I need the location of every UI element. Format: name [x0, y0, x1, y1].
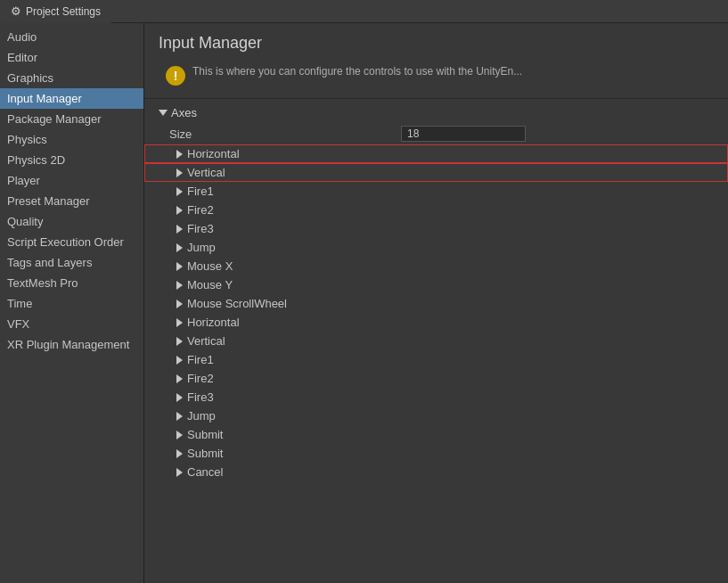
axis-label: Jump: [187, 409, 216, 423]
axis-expand-icon: [176, 468, 183, 477]
axis-item-jump-2[interactable]: Jump: [144, 406, 728, 425]
sidebar-item-vfx[interactable]: VFX: [0, 314, 143, 334]
axis-item-cancel[interactable]: Cancel: [144, 463, 728, 481]
axis-expand-icon: [176, 168, 183, 177]
axis-item-fire3-1[interactable]: Fire3: [144, 219, 728, 238]
axis-label: Mouse ScrollWheel: [187, 297, 287, 310]
axis-item-mousex[interactable]: Mouse X: [144, 257, 728, 275]
axis-label: Vertical: [187, 166, 225, 179]
info-icon: !: [166, 66, 185, 86]
info-box: ! This is where you can configure the co…: [159, 60, 714, 91]
axis-item-fire1-2[interactable]: Fire1: [144, 350, 728, 369]
axes-label: Axes: [171, 106, 197, 119]
axis-item-fire2-2[interactable]: Fire2: [144, 369, 728, 388]
axis-label: Mouse Y: [187, 278, 233, 292]
axis-label: Fire3: [187, 390, 214, 404]
axis-expand-icon: [176, 318, 183, 327]
axis-expand-icon: [176, 300, 183, 308]
axis-expand-icon: [176, 374, 183, 383]
size-label: Size: [169, 127, 401, 141]
axis-expand-icon: [176, 150, 183, 159]
axis-item-fire1-1[interactable]: Fire1: [144, 182, 728, 201]
title-tab[interactable]: ⚙ Project Settings: [0, 0, 111, 23]
sidebar-item-editor[interactable]: Editor: [0, 47, 143, 68]
axis-label: Horizontal: [187, 147, 240, 160]
axis-expand-icon: [176, 431, 183, 439]
axis-label: Horizontal: [187, 316, 240, 329]
sidebar-item-package-manager[interactable]: Package Manager: [0, 109, 143, 129]
axis-item-fire2-1[interactable]: Fire2: [144, 201, 728, 219]
sidebar-item-player[interactable]: Player: [0, 170, 143, 191]
content-title: Input Manager: [159, 34, 714, 53]
axis-item-horizontal-1[interactable]: Horizontal: [144, 144, 728, 163]
axis-item-mousey[interactable]: Mouse Y: [144, 275, 728, 294]
axis-item-mousescrollwheel[interactable]: Mouse ScrollWheel: [144, 294, 728, 313]
sidebar-item-input-manager[interactable]: Input Manager: [0, 88, 143, 109]
sidebar-item-tags-and-layers[interactable]: Tags and Layers: [0, 252, 143, 273]
axis-label: Fire1: [187, 353, 214, 366]
axis-item-vertical-1[interactable]: Vertical: [144, 163, 728, 182]
content-area: Input Manager ! This is where you can co…: [144, 23, 728, 583]
axis-label: Fire3: [187, 222, 214, 235]
sidebar: AudioEditorGraphicsInput ManagerPackage …: [0, 23, 144, 583]
axis-label: Vertical: [187, 334, 225, 348]
sidebar-item-audio[interactable]: Audio: [0, 27, 143, 47]
sidebar-item-script-execution-order[interactable]: Script Execution Order: [0, 232, 143, 252]
info-text: This is where you can configure the cont…: [192, 65, 707, 78]
axis-expand-icon: [176, 356, 183, 365]
sidebar-item-physics-2d[interactable]: Physics 2D: [0, 150, 143, 170]
title-bar: ⚙ Project Settings: [0, 0, 728, 23]
axis-item-submit-2[interactable]: Submit: [144, 444, 728, 463]
axis-label: Cancel: [187, 465, 223, 479]
axis-expand-icon: [176, 393, 183, 402]
size-row: Size 18: [144, 123, 728, 144]
axis-label: Jump: [187, 241, 216, 254]
axis-expand-icon: [176, 337, 183, 346]
title-text: Project Settings: [26, 5, 101, 18]
axes-collapse-icon: [159, 110, 168, 116]
content-header: Input Manager ! This is where you can co…: [144, 23, 728, 99]
axis-label: Fire1: [187, 185, 214, 198]
axis-expand-icon: [176, 281, 183, 290]
axis-expand-icon: [176, 412, 183, 421]
axis-expand-icon: [176, 225, 183, 234]
axis-item-fire3-2[interactable]: Fire3: [144, 388, 728, 406]
axis-expand-icon: [176, 243, 183, 252]
sidebar-item-time[interactable]: Time: [0, 293, 143, 314]
axis-label: Fire2: [187, 203, 214, 217]
axis-expand-icon: [176, 262, 183, 271]
axis-label: Fire2: [187, 372, 214, 385]
axis-expand-icon: [176, 449, 183, 458]
sidebar-item-graphics[interactable]: Graphics: [0, 68, 143, 88]
axis-item-horizontal-2[interactable]: Horizontal: [144, 313, 728, 332]
axis-item-vertical-2[interactable]: Vertical: [144, 332, 728, 350]
sidebar-item-physics[interactable]: Physics: [0, 129, 143, 150]
main-layout: AudioEditorGraphicsInput ManagerPackage …: [0, 23, 728, 583]
sidebar-item-quality[interactable]: Quality: [0, 211, 143, 232]
axes-header[interactable]: Axes: [144, 103, 728, 123]
axis-item-submit-1[interactable]: Submit: [144, 425, 728, 444]
axis-label: Submit: [187, 447, 223, 460]
size-value: 18: [401, 126, 526, 142]
axis-label: Submit: [187, 428, 223, 441]
axis-expand-icon: [176, 187, 183, 196]
sidebar-item-preset-manager[interactable]: Preset Manager: [0, 191, 143, 211]
axis-expand-icon: [176, 206, 183, 215]
axes-list: HorizontalVerticalFire1Fire2Fire3JumpMou…: [144, 144, 728, 481]
gear-icon: ⚙: [11, 4, 21, 18]
axis-label: Mouse X: [187, 259, 233, 273]
axes-section[interactable]: Axes Size 18 HorizontalVerticalFire1Fire…: [144, 99, 728, 583]
sidebar-item-xr-plugin-management[interactable]: XR Plugin Management: [0, 334, 143, 355]
sidebar-item-textmesh-pro[interactable]: TextMesh Pro: [0, 273, 143, 293]
axis-item-jump-1[interactable]: Jump: [144, 238, 728, 257]
